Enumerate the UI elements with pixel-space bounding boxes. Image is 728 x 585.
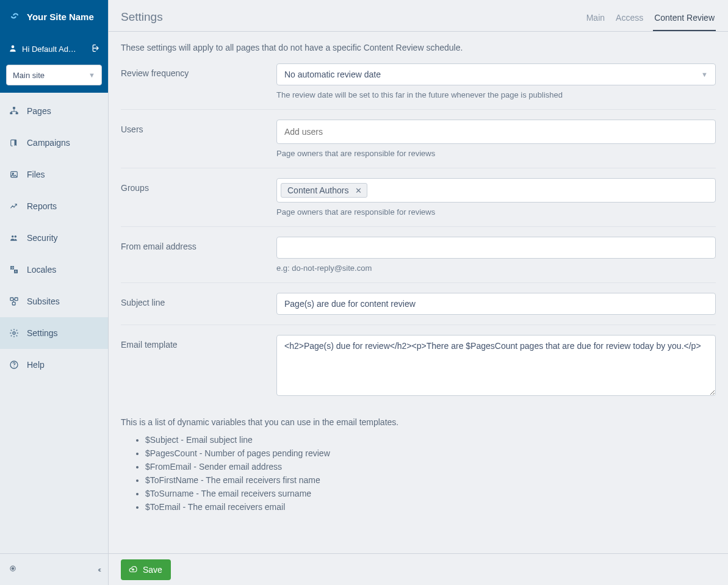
sidebar-item-label: Reports [27, 201, 57, 211]
field-label: Users [121, 120, 276, 134]
select-value: No automatic review date [284, 70, 381, 79]
sidebar-item-campaigns[interactable]: Campaigns [0, 127, 108, 159]
sidebar-item-label: Pages [27, 106, 51, 116]
main: Settings Main Access Content Review Thes… [109, 0, 728, 585]
users-icon [9, 234, 20, 242]
from-email-input[interactable] [276, 237, 716, 259]
tab-label: Access [616, 13, 643, 23]
groups-text-input[interactable] [371, 182, 712, 199]
page-title: Settings [121, 10, 163, 31]
svg-rect-3 [16, 112, 18, 114]
field-help: Page owners that are responsible for rev… [276, 149, 716, 158]
content: These settings will apply to all pages t… [109, 32, 728, 553]
caret-down-icon: ▼ [88, 71, 95, 79]
sidebar-item-label: Locales [27, 265, 56, 275]
save-button-label: Save [143, 565, 162, 575]
field-groups: Groups Content Authors ✕ Page owners tha… [121, 168, 716, 227]
tab-access[interactable]: Access [614, 13, 644, 31]
vars-list-item: $ToEmail - The email receivers email [145, 500, 716, 514]
subsites-icon [9, 296, 20, 306]
vars-list-item: $ToSurname - The email receivers surname [145, 487, 716, 500]
field-help: The review date will be set to this far … [276, 90, 716, 99]
token-label: Content Authors [287, 185, 348, 195]
vars-list-item: $ToFirstName - The email receivers first… [145, 473, 716, 487]
field-label: Groups [121, 178, 276, 193]
svg-text:文: 文 [11, 266, 14, 270]
svg-point-5 [12, 173, 13, 174]
groups-input[interactable]: Content Authors ✕ [276, 178, 716, 203]
sidebar-item-locales[interactable]: 文A Locales [0, 254, 108, 285]
site-selector[interactable]: Main site ▼ [6, 65, 102, 85]
field-users: Users Page owners that are responsible f… [121, 110, 716, 168]
sidebar-item-label: Security [27, 233, 58, 243]
vars-list-item: $FromEmail - Sender email address [145, 460, 716, 473]
user-icon [9, 44, 17, 54]
logout-icon[interactable] [90, 43, 99, 55]
svg-rect-12 [12, 302, 15, 305]
site-name: Your Site Name [27, 12, 94, 22]
translate-icon: 文A [9, 265, 20, 275]
subject-line-input[interactable] [276, 293, 716, 315]
sidebar-item-security[interactable]: Security [0, 222, 108, 254]
tabs: Main Access Content Review [585, 0, 716, 31]
sidebar-item-help[interactable]: Help [0, 349, 108, 381]
book-icon [9, 138, 20, 148]
field-label: Email template [121, 335, 276, 350]
svg-point-17 [12, 567, 14, 570]
save-button[interactable]: Save [121, 559, 171, 580]
svg-point-7 [15, 235, 17, 238]
footer: Save [109, 553, 728, 585]
sidebar-item-label: Settings [27, 328, 58, 338]
sidebar-item-label: Campaigns [27, 138, 70, 148]
tab-label: Main [586, 13, 605, 23]
svg-rect-10 [10, 298, 13, 301]
site-selector-wrap: Main site ▼ [0, 65, 108, 93]
sidebar-item-settings[interactable]: Settings [0, 317, 108, 349]
field-help: Page owners that are responsible for rev… [276, 207, 716, 217]
sidebar-item-pages[interactable]: Pages [0, 95, 108, 127]
help-icon [9, 360, 20, 370]
vars-list-item: $PagesCount - Number of pages pending re… [145, 447, 716, 460]
field-help: e.g: do-not-reply@site.com [276, 264, 716, 273]
field-label: From email address [121, 237, 276, 251]
group-token: Content Authors ✕ [281, 183, 367, 198]
sitemap-icon [9, 106, 20, 116]
logo-icon [9, 10, 21, 24]
tab-main[interactable]: Main [585, 13, 606, 31]
field-review-frequency: Review frequency No automatic review dat… [121, 61, 716, 110]
vars-intro: This is a list of dynamic variables that… [121, 417, 716, 427]
svg-point-15 [13, 367, 14, 367]
svg-point-0 [12, 45, 15, 48]
sidebar-nav: Pages Campaigns Files Reports [0, 93, 108, 553]
sidebar-item-label: Subsites [27, 296, 60, 306]
vars-list-item: $Subject - Email subject line [145, 433, 716, 447]
svg-point-13 [13, 332, 15, 334]
users-input[interactable] [276, 120, 716, 144]
field-subject-line: Subject line [121, 283, 716, 325]
field-label: Review frequency [121, 63, 276, 78]
brand: Your Site Name [0, 0, 108, 33]
chart-line-icon [9, 202, 20, 210]
user-bar: Hi Default Ad… [0, 33, 108, 65]
sidebar-item-reports[interactable]: Reports [0, 190, 108, 222]
users-text-input[interactable] [281, 123, 712, 140]
image-icon [9, 170, 20, 179]
user-greeting[interactable]: Hi Default Ad… [22, 45, 85, 54]
sidebar-item-files[interactable]: Files [0, 159, 108, 190]
tab-label: Content Review [654, 13, 715, 23]
sidebar-item-label: Files [27, 170, 45, 179]
sidebar-item-label: Help [27, 360, 45, 370]
sidebar-item-subsites[interactable]: Subsites [0, 285, 108, 317]
tab-content-review[interactable]: Content Review [653, 13, 716, 31]
sidebar: Your Site Name Hi Default Ad… Main site … [0, 0, 109, 585]
sidebar-footer: ‹‹ [0, 553, 108, 585]
collapse-icon[interactable]: ‹‹ [98, 565, 99, 574]
field-label: Subject line [121, 293, 276, 307]
email-template-textarea[interactable] [276, 335, 716, 396]
gear-icon [9, 328, 20, 338]
token-remove-icon[interactable]: ✕ [353, 185, 363, 195]
status-dot-icon[interactable] [9, 564, 17, 575]
cloud-save-icon [128, 565, 138, 574]
review-frequency-select[interactable]: No automatic review date ▼ [276, 63, 716, 85]
svg-rect-2 [10, 112, 12, 114]
